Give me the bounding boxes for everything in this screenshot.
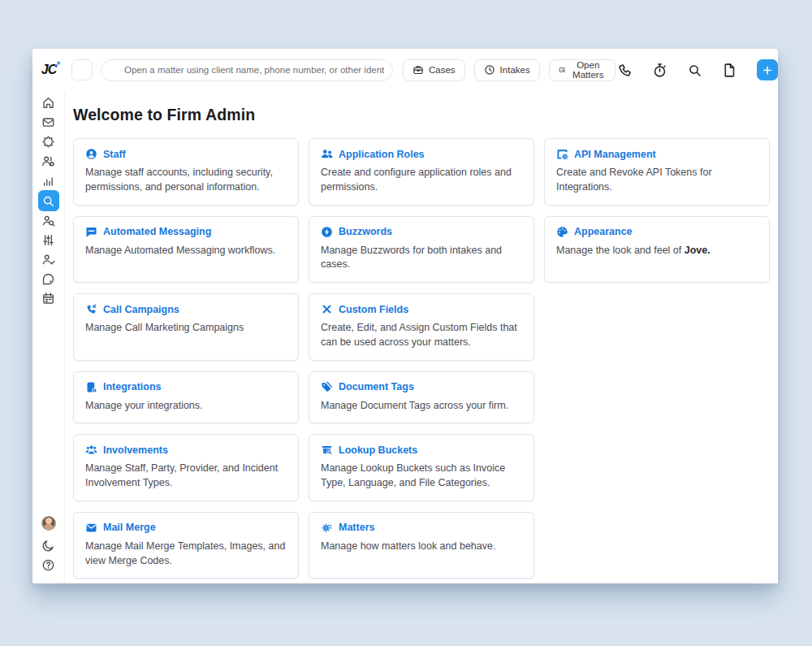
card-lookup-buckets[interactable]: Lookup BucketsManage Lookup Buckets such…	[309, 434, 534, 501]
card-buzzwords[interactable]: BuzzwordsManage Buzzwords for both intak…	[309, 216, 534, 284]
sidebar-item-analytics[interactable]	[38, 171, 59, 191]
card-title: Matters	[339, 522, 374, 533]
card-title: Call Campaigns	[103, 304, 179, 315]
card-involvements[interactable]: InvolvementsManage Staff, Party, Provide…	[73, 434, 299, 501]
mail-merge-icon	[85, 522, 97, 534]
users-gear-icon	[41, 154, 55, 168]
topbar: JC↗ CasesIntakesOpen Matters	[32, 49, 778, 91]
sidebar-item-calendar[interactable]	[38, 288, 59, 309]
card-description-text: Create and Revoke API Tokens for Integra…	[556, 167, 712, 193]
card-appearance[interactable]: AppearanceManage the look and feel of Jo…	[544, 216, 770, 284]
card-title: Integrations	[103, 381, 162, 392]
sidebar-item-star-badge[interactable]	[38, 132, 59, 152]
card-description: Create and configure application roles a…	[321, 166, 522, 195]
card-header: Integrations	[85, 381, 287, 393]
card-staff[interactable]: StaffManage staff accounts, including se…	[73, 138, 299, 206]
card-header: Involvements	[85, 444, 287, 456]
card-description-text: Manage Buzzwords for both intakes and ca…	[321, 245, 502, 271]
card-description-text: Manage Mail Merge Templates, Images, and…	[85, 540, 285, 566]
card-header: Call Campaigns	[85, 303, 287, 315]
card-header: Buzzwords	[321, 226, 522, 238]
sidebar-item-user-search[interactable]	[38, 210, 59, 231]
card-matters[interactable]: MattersManage how matters look and behav…	[309, 512, 534, 579]
sidebar-moon-button[interactable]	[38, 535, 59, 556]
star-badge-icon	[41, 135, 55, 149]
topbar-file-button[interactable]	[720, 61, 738, 79]
sidebar-item-users-gear[interactable]	[38, 151, 59, 171]
card-description: Manage your integrations.	[85, 399, 287, 414]
card-description: Manage the look and feel of Jove.	[556, 244, 758, 258]
card-document-tags[interactable]: Document TagsManage Document Tags across…	[309, 371, 534, 424]
card-mail-merge[interactable]: Mail MergeManage Mail Merge Templates, I…	[73, 512, 299, 579]
sidebar-item-sliders[interactable]	[38, 230, 59, 250]
nav-intakes-button[interactable]: Intakes	[474, 59, 540, 81]
card-header: Matters	[321, 522, 522, 534]
jove-logo[interactable]: JC↗	[32, 63, 65, 77]
user-avatar[interactable]	[41, 516, 56, 531]
sliders-icon	[41, 233, 55, 247]
sidebar-item-support[interactable]	[38, 269, 59, 289]
card-custom-fields[interactable]: Custom FieldsCreate, Edit, and Assign Cu…	[309, 293, 534, 361]
sidebar-item-search[interactable]	[38, 190, 59, 211]
admin-card-grid: StaffManage staff accounts, including se…	[73, 138, 770, 579]
open-matters-icon	[559, 64, 566, 76]
nav-open-matters-button[interactable]: Open Matters	[549, 59, 615, 81]
app-window: JC↗ CasesIntakesOpen Matters Welcome to …	[32, 49, 778, 583]
topbar-timer-button[interactable]	[650, 61, 668, 79]
nav-cases-button[interactable]: Cases	[403, 59, 465, 81]
card-description-text: Manage staff accounts, including securit…	[85, 167, 273, 193]
card-description-text: Create, Edit, and Assign Custom Fields t…	[321, 322, 517, 348]
card-title: API Management	[574, 149, 656, 160]
card-automated-messaging[interactable]: Automated MessagingManage Automated Mess…	[73, 216, 299, 284]
matters-icon	[321, 522, 333, 534]
topbar-search-button[interactable]	[685, 61, 703, 79]
matter-search-input[interactable]	[101, 59, 393, 81]
search-icon	[41, 194, 55, 208]
card-application-roles[interactable]: Application RolesCreate and configure ap…	[309, 138, 534, 206]
call-campaigns-icon	[85, 303, 97, 315]
panel-toggle-icon	[77, 64, 87, 76]
home-icon	[41, 96, 55, 110]
card-description-text: Manage Staff, Party, Provider, and Incid…	[85, 462, 278, 488]
card-header: Staff	[85, 148, 287, 160]
lookup-buckets-icon	[321, 444, 333, 456]
card-header: Automated Messaging	[85, 226, 287, 238]
sidebar-item-mail[interactable]	[38, 112, 59, 132]
sidebar-item-user-check[interactable]	[38, 249, 59, 270]
card-description: Create and Revoke API Tokens for Integra…	[556, 166, 758, 195]
card-header: Appearance	[556, 226, 758, 238]
sidebar	[32, 91, 65, 583]
involvements-icon	[85, 444, 97, 456]
sidebar-toggle-button[interactable]	[71, 59, 93, 80]
card-title: Involvements	[103, 444, 168, 456]
card-description-text: Manage how matters look and behave.	[321, 540, 495, 552]
sidebar-help-button[interactable]	[38, 555, 59, 575]
file-icon	[722, 63, 737, 78]
calendar-icon	[41, 292, 55, 306]
card-title: Buzzwords	[339, 226, 392, 237]
topbar-nav: CasesIntakesOpen Matters	[403, 59, 615, 81]
sidebar-item-home[interactable]	[38, 93, 59, 113]
add-new-button[interactable]	[757, 59, 778, 80]
topbar-phone-button[interactable]	[615, 61, 633, 79]
card-api-management[interactable]: API ManagementCreate and Revoke API Toke…	[544, 138, 770, 206]
nav-button-label: Open Matters	[570, 60, 606, 80]
card-title: Application Roles	[339, 149, 425, 160]
card-title: Lookup Buckets	[339, 444, 417, 456]
card-title: Mail Merge	[103, 522, 156, 533]
card-title: Staff	[103, 149, 126, 160]
plus-icon	[762, 64, 773, 76]
card-description: Manage Buzzwords for both intakes and ca…	[321, 244, 522, 273]
user-check-icon	[41, 253, 55, 267]
card-description: Manage Lookup Buckets such as Invoice Ty…	[321, 462, 522, 491]
card-description: Manage how matters look and behave.	[321, 540, 522, 554]
card-description-text: Create and configure application roles a…	[321, 167, 512, 193]
card-description: Create, Edit, and Assign Custom Fields t…	[321, 321, 522, 350]
card-integrations[interactable]: IntegrationsManage your integrations.	[73, 371, 299, 424]
card-title: Document Tags	[339, 381, 414, 392]
application-roles-icon	[321, 148, 333, 160]
support-icon	[41, 272, 55, 286]
automated-messaging-icon	[85, 226, 97, 238]
card-call-campaigns[interactable]: Call CampaignsManage Call Marketing Camp…	[73, 293, 299, 361]
nav-button-label: Intakes	[500, 65, 530, 75]
